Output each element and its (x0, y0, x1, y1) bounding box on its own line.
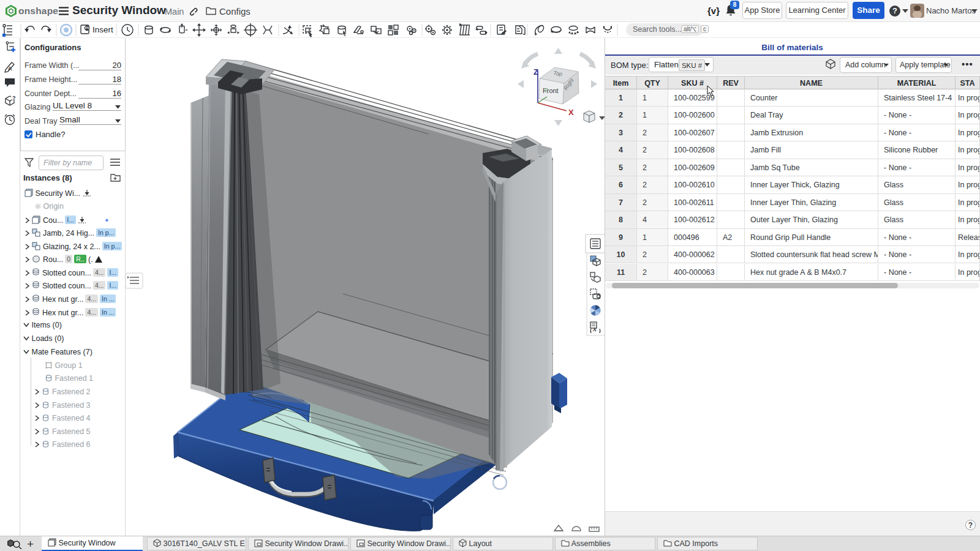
svg-text:Y: Y (544, 88, 548, 94)
svg-text:{v}: {v} (707, 6, 720, 16)
svg-text:Z: Z (533, 67, 538, 77)
svg-text:x: x (592, 324, 597, 333)
svg-text:Top: Top (553, 70, 563, 77)
svg-text:X: X (568, 108, 574, 117)
svg-text:A: A (8, 66, 12, 72)
svg-text:?: ? (12, 95, 16, 101)
